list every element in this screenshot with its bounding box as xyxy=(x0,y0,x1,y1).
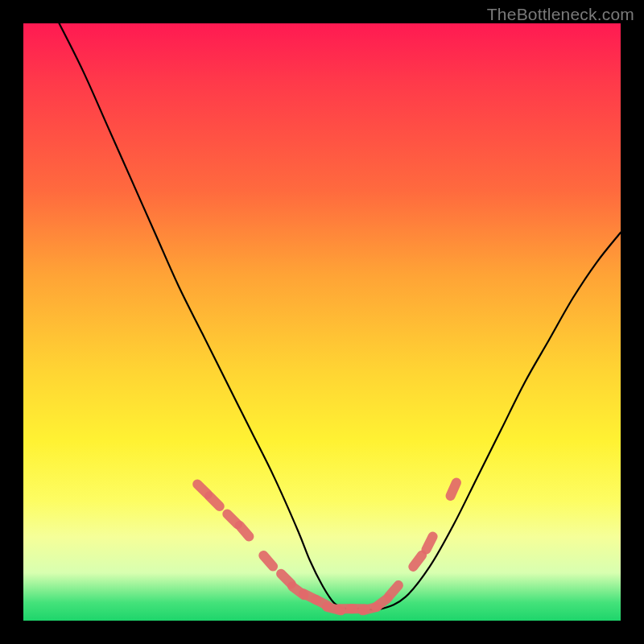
highlight-dot xyxy=(389,585,398,597)
bottleneck-curve xyxy=(60,23,621,609)
highlight-dot xyxy=(209,496,220,506)
chart-frame: TheBottleneck.com xyxy=(0,0,644,644)
watermark-text: TheBottleneck.com xyxy=(487,5,634,24)
highlight-dot xyxy=(263,555,273,567)
highlight-dot xyxy=(413,555,422,567)
plot-area xyxy=(23,23,621,621)
highlight-dot xyxy=(240,526,250,537)
chart-svg xyxy=(23,23,621,621)
highlight-dot xyxy=(427,537,433,550)
highlight-dot xyxy=(451,483,456,497)
highlight-dots xyxy=(197,483,456,611)
